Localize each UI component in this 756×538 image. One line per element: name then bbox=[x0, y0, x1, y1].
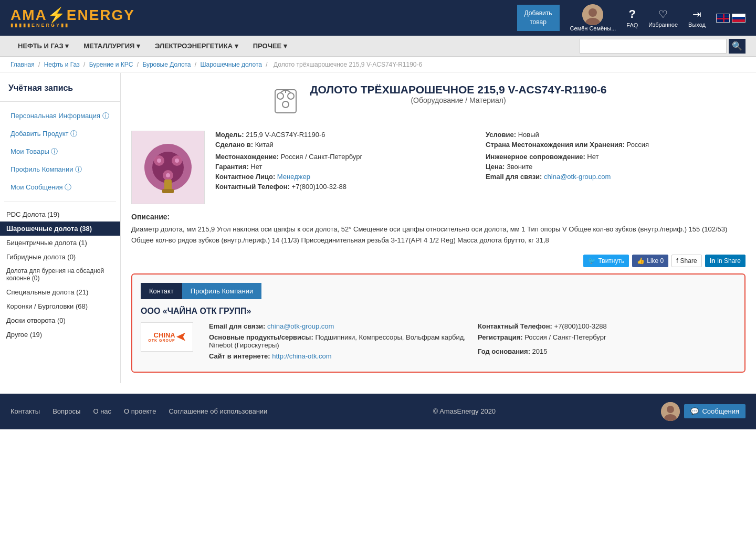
nav-energy[interactable]: ЭЛЕКТРОЭНЕРГЕТИКА ▾ bbox=[148, 37, 246, 55]
svg-point-16 bbox=[175, 159, 179, 163]
search-input[interactable] bbox=[580, 39, 727, 54]
linkedin-share-button[interactable]: in in Share bbox=[705, 255, 746, 267]
favorites-button[interactable]: ♡ Избранное bbox=[648, 8, 678, 28]
product-details: Модель: 215,9 V-ACS74Y-R1190-6 Сделано в… bbox=[131, 131, 746, 204]
logout-button[interactable]: ⇥ Выход bbox=[688, 8, 706, 28]
tab-company-profile[interactable]: Профиль Компании bbox=[182, 283, 261, 299]
nav-other[interactable]: ПРОЧЕЕ ▾ bbox=[246, 37, 295, 55]
product-title-area: ДОЛОТО ТРЁХШАРОШЕЧНОЕ 215,9 V-ACS74Y-R11… bbox=[131, 83, 746, 122]
categories-list: PDC Долота (19) Шарошечные долота (38) Б… bbox=[0, 207, 120, 342]
share-label: Share bbox=[680, 257, 697, 265]
sidebar-add-product[interactable]: Добавить Продукт ⓘ bbox=[4, 125, 116, 143]
footer-project[interactable]: О проекте bbox=[124, 407, 156, 415]
company-registration-value: Россия / Санкт-Петербург bbox=[524, 333, 606, 341]
logout-icon: ⇥ bbox=[692, 8, 701, 20]
svg-rect-14 bbox=[162, 189, 174, 193]
footer-links: Контакты Вопросы О нас О проекте Соглаше… bbox=[10, 407, 267, 415]
footer: Контакты Вопросы О нас О проекте Соглаше… bbox=[0, 394, 756, 429]
facebook-like-label: Like 0 bbox=[647, 257, 664, 265]
main-nav: НЕФТЬ И ГАЗ ▾ МЕТАЛЛУРГИЯ ▾ ЭЛЕКТРОЭНЕРГ… bbox=[0, 36, 756, 57]
description-text: Диаметр долота, мм 215,9 Угол наклона ос… bbox=[131, 224, 746, 246]
svg-point-19 bbox=[667, 406, 674, 413]
footer-terms[interactable]: Соглашение об использовании bbox=[169, 407, 267, 415]
footer-faq[interactable]: Вопросы bbox=[52, 407, 80, 415]
cat-other[interactable]: Другое (19) bbox=[0, 328, 120, 342]
sidebar-personal-info[interactable]: Персональная Информация ⓘ bbox=[4, 107, 116, 125]
cat-hybrid[interactable]: Гибридные долота (0) bbox=[0, 250, 120, 264]
sidebar: Учётная запись Персональная Информация ⓘ… bbox=[0, 73, 121, 383]
email-link[interactable]: china@otk-group.com bbox=[544, 173, 611, 181]
account-title: Учётная запись bbox=[0, 83, 120, 102]
heart-icon: ♡ bbox=[658, 8, 668, 20]
tab-contact[interactable]: Контакт bbox=[141, 283, 182, 299]
company-website-link[interactable]: http://china-otk.com bbox=[272, 352, 331, 360]
company-email-link[interactable]: china@otk-group.com bbox=[267, 322, 334, 330]
nav-metallurgy[interactable]: МЕТАЛЛУРГИЯ ▾ bbox=[76, 37, 148, 55]
svg-point-17 bbox=[166, 173, 170, 177]
flag-uk[interactable] bbox=[716, 14, 730, 23]
logo[interactable]: AMA⚡ENERGY ▮▮▮▮▮ENERGY▮▮ bbox=[10, 8, 135, 28]
sidebar-divider bbox=[4, 202, 116, 202]
breadcrumb-home[interactable]: Главная bbox=[10, 61, 35, 68]
twitter-button[interactable]: 🐦 Твитнуть bbox=[583, 255, 629, 267]
header-actions: Добавить товар Семён Семёны... ? FAQ ♡ И… bbox=[517, 4, 746, 31]
cat-casing[interactable]: Долота для бурения на обсадной колонне (… bbox=[0, 264, 120, 285]
sidebar-company-profile[interactable]: Профиль Компании ⓘ bbox=[4, 161, 116, 178]
flag-ru[interactable] bbox=[732, 14, 746, 23]
spec-email: Email для связи: china@otk-group.com bbox=[486, 173, 746, 181]
twitter-label: Твитнуть bbox=[598, 257, 624, 265]
facebook-like-button[interactable]: 👍 Like 0 bbox=[632, 255, 668, 267]
search-button[interactable]: 🔍 bbox=[729, 39, 746, 54]
cat-bicentric[interactable]: Бицентричные долота (1) bbox=[0, 236, 120, 250]
nav-items: НЕФТЬ И ГАЗ ▾ МЕТАЛЛУРГИЯ ▾ ЭЛЕКТРОЭНЕРГ… bbox=[10, 37, 295, 55]
product-specs-left: Модель: 215,9 V-ACS74Y-R1190-6 Сделано в… bbox=[215, 131, 475, 204]
messages-button[interactable]: 💬 Сообщения bbox=[684, 404, 746, 418]
cat-cores[interactable]: Коронки / Бурголовки (68) bbox=[0, 299, 120, 313]
search-area: 🔍 bbox=[580, 39, 746, 54]
question-icon: ? bbox=[629, 7, 636, 21]
product-icon bbox=[270, 86, 301, 122]
messages-label: Сообщения bbox=[702, 407, 739, 415]
spec-location: Местонахождение: Россия / Санкт-Петербур… bbox=[215, 153, 475, 161]
company-founded-value: 2015 bbox=[532, 347, 548, 355]
breadcrumb: Главная / Нефть и Газ / Бурение и КРС / … bbox=[0, 57, 756, 73]
faq-button[interactable]: ? FAQ bbox=[626, 7, 638, 28]
faq-label: FAQ bbox=[626, 22, 638, 28]
breadcrumb-drilling[interactable]: Бурение и КРС bbox=[89, 61, 133, 68]
description-section: Описание: Диаметр долота, мм 215,9 Угол … bbox=[131, 213, 746, 246]
breadcrumb-oil[interactable]: Нефть и Газ bbox=[44, 61, 80, 68]
footer-about[interactable]: О нас bbox=[93, 407, 111, 415]
language-flags[interactable] bbox=[716, 14, 746, 23]
company-founded-row: Год основания: 2015 bbox=[478, 347, 736, 355]
logout-label: Выход bbox=[688, 22, 706, 28]
product-subtitle: (Оборудование / Материал) bbox=[310, 96, 606, 104]
company-details-right: Контактный Телефон: +7(800)100-3288 Реги… bbox=[478, 322, 736, 363]
favorites-label: Избранное bbox=[648, 22, 678, 28]
cat-boards[interactable]: Доски отворота (0) bbox=[0, 313, 120, 328]
content: ДОЛОТО ТРЁХШАРОШЕЧНОЕ 215,9 V-ACS74Y-R11… bbox=[121, 73, 756, 383]
svg-point-6 bbox=[282, 101, 289, 108]
company-website-row: Сайт в интернете: http://china-otk.com bbox=[209, 352, 467, 360]
company-info: CHINA OTK GROUP ➤ Email для связи: china… bbox=[141, 322, 736, 363]
cat-tricone[interactable]: Шарошечные долота (38) bbox=[0, 221, 120, 236]
spec-model: Модель: 215,9 V-ACS74Y-R1190-6 bbox=[215, 131, 475, 139]
account-menu: Персональная Информация ⓘ Добавить Проду… bbox=[0, 107, 120, 196]
logo-text: AMA⚡ENERGY bbox=[10, 8, 135, 23]
contact-person-link[interactable]: Менеджер bbox=[277, 173, 310, 181]
social-share: 🐦 Твитнуть 👍 Like 0 f Share in in Share bbox=[131, 255, 746, 267]
sidebar-messages[interactable]: Мои Сообщения ⓘ bbox=[4, 178, 116, 196]
logo-otk-group: OTK GROUP bbox=[148, 339, 175, 342]
facebook-share-button[interactable]: f Share bbox=[671, 255, 701, 267]
add-product-button[interactable]: Добавить товар bbox=[517, 5, 560, 31]
sidebar-my-goods[interactable]: Мои Товары ⓘ bbox=[4, 143, 116, 161]
footer-contacts[interactable]: Контакты bbox=[10, 407, 40, 415]
breadcrumb-tricone[interactable]: Шарошечные долота bbox=[201, 61, 262, 68]
nav-oil-gas[interactable]: НЕФТЬ И ГАЗ ▾ bbox=[10, 37, 76, 55]
breadcrumb-drill-bits[interactable]: Буровые Долота bbox=[142, 61, 191, 68]
cat-special[interactable]: Специальные долота (21) bbox=[0, 285, 120, 299]
logo-subtitle: ▮▮▮▮▮ENERGY▮▮ bbox=[10, 23, 69, 28]
spec-contact-person: Контактное Лицо: Менеджер bbox=[215, 173, 475, 181]
avatar bbox=[582, 4, 603, 25]
user-profile-button[interactable]: Семён Семёны... bbox=[570, 4, 616, 31]
cat-pdc[interactable]: PDC Долота (19) bbox=[0, 207, 120, 221]
